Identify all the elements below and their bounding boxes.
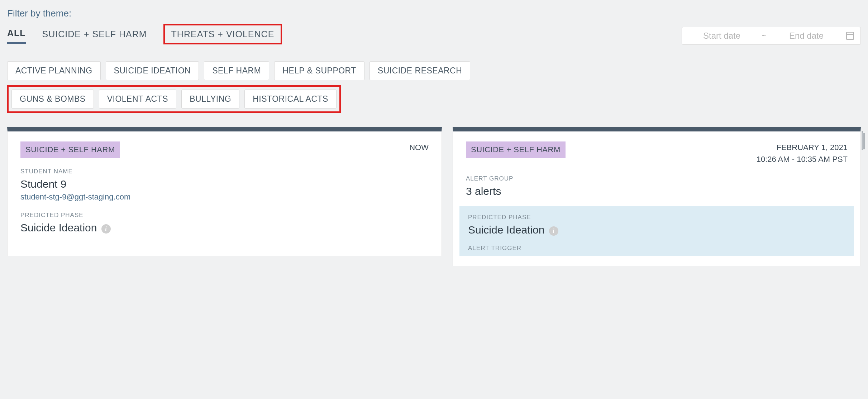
chip-suicide-ideation[interactable]: SUICIDE IDEATION bbox=[106, 61, 199, 80]
alert-cards: SUICIDE + SELF HARM NOW STUDENT NAME Stu… bbox=[7, 127, 861, 266]
chip-bullying[interactable]: BULLYING bbox=[181, 90, 239, 109]
predicted-phase-value: Suicide Ideation bbox=[20, 222, 97, 234]
card-timestamp: FEBRUARY 1, 2021 10:26 AM - 10:35 AM PST bbox=[757, 141, 848, 165]
card-stack-edge bbox=[863, 133, 865, 149]
alert-card-1[interactable]: SUICIDE + SELF HARM NOW STUDENT NAME Stu… bbox=[7, 127, 442, 256]
theme-badge: SUICIDE + SELF HARM bbox=[466, 141, 566, 158]
chip-violent-acts[interactable]: VIOLENT ACTS bbox=[99, 90, 176, 109]
chip-help-support[interactable]: HELP & SUPPORT bbox=[274, 61, 364, 80]
calendar-icon bbox=[846, 32, 854, 40]
alert-group-value: 3 alerts bbox=[466, 185, 848, 197]
info-icon[interactable]: i bbox=[549, 226, 558, 236]
alert-card-2[interactable]: SUICIDE + SELF HARM FEBRUARY 1, 2021 10:… bbox=[453, 127, 861, 266]
student-email: student-stg-9@ggt-staging.com bbox=[20, 192, 429, 202]
date-range-separator: ~ bbox=[762, 31, 767, 41]
chip-suicide-research[interactable]: SUICIDE RESEARCH bbox=[369, 61, 470, 80]
filter-by-theme-label: Filter by theme: bbox=[7, 8, 861, 19]
chip-guns-bombs[interactable]: GUNS & BOMBS bbox=[11, 90, 94, 109]
student-name-label: STUDENT NAME bbox=[20, 168, 429, 175]
card-time-range: 10:26 AM - 10:35 AM PST bbox=[757, 153, 848, 165]
predicted-phase-label: PREDICTED PHASE bbox=[20, 212, 429, 219]
start-date-placeholder: Start date bbox=[688, 31, 755, 41]
alert-group-label: ALERT GROUP bbox=[466, 175, 848, 182]
filter-chips-area: ACTIVE PLANNING SUICIDE IDEATION SELF HA… bbox=[7, 61, 861, 113]
date-range-picker[interactable]: Start date ~ End date bbox=[682, 27, 861, 45]
end-date-placeholder: End date bbox=[773, 31, 840, 41]
chip-self-harm[interactable]: SELF HARM bbox=[204, 61, 269, 80]
card-timestamp: NOW bbox=[409, 141, 429, 153]
card-date: FEBRUARY 1, 2021 bbox=[757, 141, 848, 153]
chips-row-1: ACTIVE PLANNING SUICIDE IDEATION SELF HA… bbox=[7, 61, 861, 80]
predicted-phase-label: PREDICTED PHASE bbox=[468, 214, 845, 221]
chip-active-planning[interactable]: ACTIVE PLANNING bbox=[7, 61, 101, 80]
student-name-value: Student 9 bbox=[20, 178, 429, 190]
theme-badge: SUICIDE + SELF HARM bbox=[20, 141, 120, 158]
predicted-phase-value: Suicide Ideation bbox=[468, 224, 545, 236]
info-icon[interactable]: i bbox=[101, 224, 111, 234]
theme-tabs: ALL SUICIDE + SELF HARM THREATS + VIOLEN… bbox=[7, 27, 861, 45]
chip-historical-acts[interactable]: HISTORICAL ACTS bbox=[244, 90, 337, 109]
tab-all[interactable]: ALL bbox=[7, 28, 26, 44]
nested-alert-panel: PREDICTED PHASE Suicide Ideation i ALERT… bbox=[459, 206, 854, 256]
alert-trigger-label: ALERT TRIGGER bbox=[468, 245, 845, 252]
tab-suicide-self-harm[interactable]: SUICIDE + SELF HARM bbox=[42, 29, 147, 43]
tab-threats-violence[interactable]: THREATS + VIOLENCE bbox=[163, 24, 282, 44]
chips-row-2: GUNS & BOMBS VIOLENT ACTS BULLYING HISTO… bbox=[7, 85, 341, 113]
